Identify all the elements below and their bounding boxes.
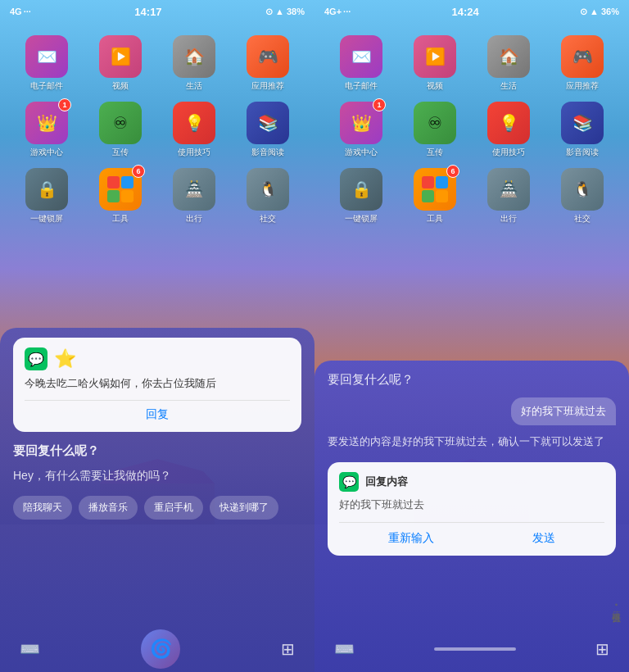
left-signal: 4G <box>10 7 22 16</box>
left-badge-tools: 6 <box>132 165 145 178</box>
right-phone-panel: 4G+ ··· 14:24 ⊙ ▲ 36% ✉️ 电子邮件 ▶️ 视频 🏠 <box>314 0 629 672</box>
right-reply-card: 💬 回复内容 好的我下班就过去 重新输入 发送 <box>328 462 616 556</box>
left-home-button[interactable]: 🌀 <box>141 629 180 669</box>
right-app-grid: ✉️ 电子邮件 ▶️ 视频 🏠 生活 🎮 应用推荐 👑 1 <box>314 29 629 231</box>
left-dots: ··· <box>24 7 31 16</box>
left-app-social[interactable]: 🐧 社交 <box>234 168 301 225</box>
left-assistant-overlay: 💬 ⭐ 今晚去吃二哈火锅如何，你去占位我随后 回复 要回复什么呢？ Hey，有什… <box>0 328 314 672</box>
left-app-travel[interactable]: 🏯 出行 <box>161 168 228 225</box>
left-time: 14:17 <box>134 6 161 18</box>
left-notif-body: 今晚去吃二哈火锅如何，你去占位我随后 <box>25 375 290 392</box>
right-app-appstore[interactable]: 🎮 应用推荐 <box>549 35 616 92</box>
left-app-video[interactable]: ▶️ 视频 <box>87 35 154 92</box>
left-reply-action[interactable]: 回复 <box>25 400 290 422</box>
right-time: 14:24 <box>452 6 479 18</box>
right-send-button[interactable]: 发送 <box>532 531 555 546</box>
left-app-mail[interactable]: ✉️ 电子邮件 <box>13 35 80 92</box>
left-app-tips[interactable]: 💡 使用技巧 <box>161 102 228 158</box>
left-notif-header: 💬 ⭐ <box>25 347 290 370</box>
right-app-tools[interactable]: 6 工具 <box>401 168 468 225</box>
left-app-tools[interactable]: 6 工具 <box>87 168 154 225</box>
left-keyboard-icon[interactable]: ⌨️ <box>20 639 40 659</box>
watermark: 值•什么值得买 <box>610 603 622 606</box>
right-app-tips[interactable]: 💡 使用技巧 <box>475 102 542 158</box>
left-assistant-title: 要回复什么呢？ <box>13 443 301 459</box>
right-app-lockscreen[interactable]: 🔒 一键锁屏 <box>328 168 395 225</box>
left-bluetooth-icon: ⊙ <box>265 7 273 17</box>
left-app-reader[interactable]: 📚 影音阅读 <box>234 102 301 158</box>
left-quick-btn-chat[interactable]: 陪我聊天 <box>13 496 72 520</box>
right-status-bar: 4G+ ··· 14:24 ⊙ ▲ 36% <box>314 0 629 23</box>
right-user-bubble: 好的我下班就过去 <box>328 397 616 425</box>
right-app-life[interactable]: 🏠 生活 <box>475 35 542 92</box>
right-reply-wechat-icon: 💬 <box>339 472 359 492</box>
right-bottom-bar: ⌨️ ⊞ <box>314 626 629 672</box>
left-phone-panel: 4G ··· 14:17 ⊙ ▲ 38% ✉️ 电子邮件 ▶️ 视频 🏠 <box>0 0 314 672</box>
right-bluetooth-icon: ⊙ <box>580 7 587 17</box>
right-reply-card-actions: 重新输入 发送 <box>339 522 604 546</box>
right-app-gamecenter[interactable]: 👑 1 游戏中心 <box>328 102 395 158</box>
left-app-share[interactable]: ♾ 互传 <box>87 102 154 158</box>
right-app-mail[interactable]: ✉️ 电子邮件 <box>328 35 395 92</box>
left-notification-card: 💬 ⭐ 今晚去吃二哈火锅如何，你去占位我随后 回复 <box>13 338 301 432</box>
right-status-right: ⊙ ▲ 36% <box>580 7 619 17</box>
right-wifi-icon: ▲ <box>590 7 599 16</box>
left-quick-btn-restart[interactable]: 重启手机 <box>144 496 203 520</box>
right-badge-tools: 6 <box>446 165 459 178</box>
right-app-travel[interactable]: 🏯 出行 <box>475 168 542 225</box>
left-app-gamecenter[interactable]: 👑 1 游戏中心 <box>13 102 80 158</box>
left-battery: 38% <box>287 7 305 16</box>
right-signal: 4G+ <box>324 7 342 16</box>
left-wechat-icon: 💬 <box>25 347 48 370</box>
right-app-social[interactable]: 🐧 社交 <box>549 168 616 225</box>
right-dots: ··· <box>343 7 351 16</box>
right-reply-card-title: 回复内容 <box>365 474 408 489</box>
left-status-right: ⊙ ▲ 38% <box>265 7 305 17</box>
left-quick-btn-music[interactable]: 播放音乐 <box>79 496 138 520</box>
left-app-appstore[interactable]: 🎮 应用推荐 <box>234 35 301 92</box>
left-app-grid: ✉️ 电子邮件 ▶️ 视频 🏠 生活 🎮 应用推荐 👑 1 <box>0 29 314 231</box>
left-quick-actions: 陪我聊天 播放音乐 重启手机 快递到哪了 <box>13 496 301 520</box>
left-status-bar: 4G ··· 14:17 ⊙ ▲ 38% <box>0 0 314 23</box>
right-home-indicator <box>434 647 516 651</box>
right-keyboard-icon[interactable]: ⌨️ <box>334 639 355 659</box>
right-status-left: 4G+ ··· <box>324 7 351 16</box>
right-battery: 36% <box>601 7 619 16</box>
right-reply-card-header: 💬 回复内容 <box>339 472 604 492</box>
right-reinput-button[interactable]: 重新输入 <box>388 531 434 546</box>
right-app-share[interactable]: ♾ 互传 <box>401 102 468 158</box>
left-quick-btn-delivery[interactable]: 快递到哪了 <box>210 496 278 520</box>
right-reply-card-body: 好的我下班就过去 <box>339 497 604 513</box>
left-grid-icon[interactable]: ⊞ <box>281 639 295 659</box>
left-star-icon: ⭐ <box>54 348 76 370</box>
right-reply-overlay: 要回复什么呢？ 好的我下班就过去 要发送的内容是好的我下班就过去，确认一下就可以… <box>314 361 629 672</box>
right-user-message: 好的我下班就过去 <box>511 397 616 425</box>
left-app-lockscreen[interactable]: 🔒 一键锁屏 <box>13 168 80 225</box>
right-confirm-text: 要发送的内容是好的我下班就过去，确认一下就可以发送了 <box>328 434 616 451</box>
left-wifi-icon: ▲ <box>275 7 284 16</box>
right-reply-title: 要回复什么呢？ <box>328 372 616 388</box>
right-grid-icon[interactable]: ⊞ <box>595 639 609 659</box>
left-badge-game: 1 <box>58 98 71 111</box>
left-assistant-greeting: Hey，有什么需要让我做的吗？ <box>13 467 301 484</box>
left-status-left: 4G ··· <box>10 7 31 16</box>
left-assistant-logo: 🌀 <box>150 638 172 660</box>
right-badge-game: 1 <box>373 98 386 111</box>
right-app-reader[interactable]: 📚 影音阅读 <box>549 102 616 158</box>
left-bottom-bar: ⌨️ 🌀 ⊞ <box>0 626 314 672</box>
right-app-video[interactable]: ▶️ 视频 <box>401 35 468 92</box>
left-app-life[interactable]: 🏠 生活 <box>161 35 228 92</box>
